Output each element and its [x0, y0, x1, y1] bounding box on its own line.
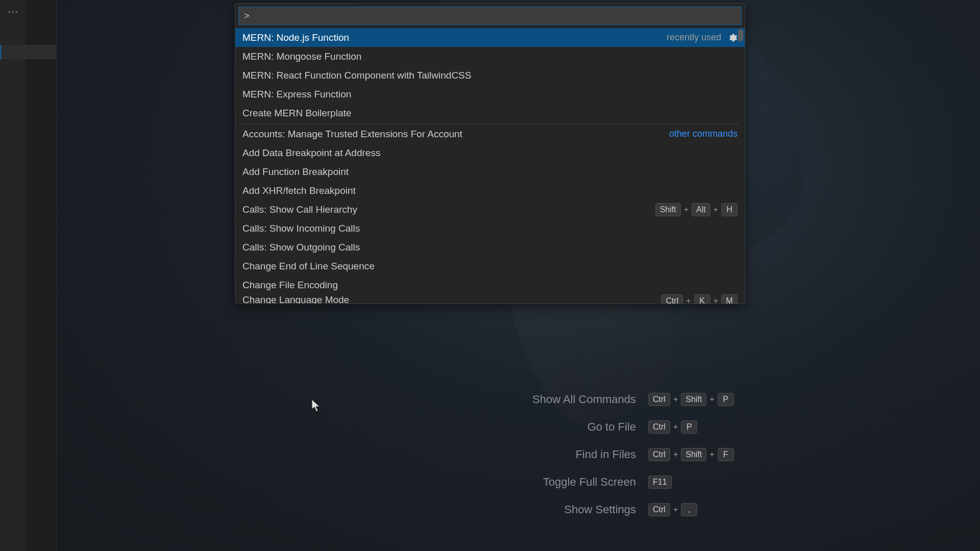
keycap: Shift — [681, 448, 706, 461]
welcome-hint: Show SettingsCtrl+, — [327, 503, 745, 516]
keycap: Ctrl — [648, 393, 670, 406]
command-row[interactable]: Add XHR/fetch Breakpoint — [235, 181, 745, 200]
command-label: Calls: Show Outgoing Calls — [242, 242, 360, 253]
cursor-icon — [311, 399, 321, 412]
recently-used-badge: recently used — [667, 32, 721, 43]
keycap: F — [718, 448, 734, 461]
command-row[interactable]: Calls: Show Incoming Calls — [235, 219, 745, 238]
activity-bar: ⋯ — [0, 0, 26, 551]
hint-keys: Ctrl+P — [648, 420, 745, 434]
hint-label: Show All Commands — [327, 393, 636, 406]
hint-keys: Ctrl+, — [648, 503, 745, 516]
keycap: F11 — [648, 475, 672, 489]
welcome-hint: Show All CommandsCtrl+Shift+P — [327, 393, 745, 406]
keycap: P — [718, 393, 734, 406]
command-palette-input[interactable] — [238, 7, 742, 25]
command-row[interactable]: Calls: Show Call HierarchyShift+Alt+H — [235, 200, 745, 219]
command-row[interactable]: Change File Encoding — [235, 276, 745, 294]
command-row[interactable]: MERN: Express Function — [235, 85, 745, 104]
command-row[interactable]: Add Function Breakpoint — [235, 162, 745, 181]
hint-keys: Ctrl+Shift+P — [648, 393, 745, 406]
command-label: Calls: Show Call Hierarchy — [242, 204, 357, 215]
keycap: Ctrl — [648, 503, 670, 516]
command-row[interactable]: MERN: React Function Component with Tail… — [235, 66, 745, 85]
command-label: MERN: Mongoose Function — [242, 51, 361, 62]
command-label: Accounts: Manage Trusted Extensions For … — [242, 129, 462, 140]
command-row[interactable]: MERN: Node.js Functionrecently used — [235, 28, 745, 47]
hint-label: Show Settings — [327, 503, 636, 516]
ellipsis-icon[interactable]: ⋯ — [7, 5, 19, 18]
command-row[interactable]: Create MERN Boilerplate — [235, 104, 745, 122]
keycap: , — [681, 503, 697, 516]
keycap: P — [681, 420, 697, 434]
hint-keys: Ctrl+Shift+F — [648, 448, 745, 461]
hint-label: Go to File — [327, 420, 636, 434]
keycap: M — [721, 294, 738, 304]
welcome-hint: Toggle Full ScreenF11 — [327, 475, 745, 489]
command-label: Calls: Show Incoming Calls — [242, 223, 360, 234]
command-row[interactable]: Change End of Line Sequence — [235, 257, 745, 276]
command-label: Create MERN Boilerplate — [242, 108, 351, 119]
command-label: Change Language Mode — [242, 294, 349, 304]
gear-icon[interactable] — [727, 33, 738, 43]
keycap: Shift — [681, 393, 706, 406]
keycap: Ctrl — [648, 420, 670, 434]
welcome-hint: Find in FilesCtrl+Shift+F — [327, 448, 745, 461]
command-label: MERN: Node.js Function — [242, 32, 349, 43]
hint-label: Find in Files — [327, 448, 636, 461]
command-label: Change File Encoding — [242, 280, 338, 291]
hint-label: Toggle Full Screen — [327, 475, 636, 489]
keycap: K — [694, 294, 710, 304]
command-label: MERN: Express Function — [242, 89, 351, 100]
command-label: Add Data Breakpoint at Address — [242, 147, 380, 159]
command-label: MERN: React Function Component with Tail… — [242, 70, 471, 81]
keycap: H — [721, 203, 738, 216]
keycap: Ctrl — [648, 448, 670, 461]
command-row[interactable]: MERN: Mongoose Function — [235, 47, 745, 66]
keycap: Shift — [655, 203, 681, 216]
command-label: Change End of Line Sequence — [242, 261, 375, 272]
command-label: Add Function Breakpoint — [242, 166, 349, 178]
keycap: Alt — [692, 203, 710, 216]
command-palette: MERN: Node.js Functionrecently usedMERN:… — [235, 3, 745, 304]
command-row[interactable]: Add Data Breakpoint at Address — [235, 143, 745, 162]
active-tab-indicator — [0, 45, 56, 59]
welcome-hint: Go to FileCtrl+P — [327, 420, 745, 434]
command-palette-list[interactable]: MERN: Node.js Functionrecently usedMERN:… — [235, 28, 745, 304]
command-row[interactable]: Calls: Show Outgoing Calls — [235, 238, 745, 257]
command-row[interactable]: Change Language ModeCtrl+K+M — [235, 294, 745, 304]
hint-keys: F11 — [648, 475, 745, 489]
keycap: Ctrl — [661, 294, 683, 304]
list-divider — [240, 123, 740, 124]
scrollbar-thumb[interactable] — [738, 29, 743, 41]
command-label: Add XHR/fetch Breakpoint — [242, 185, 356, 196]
command-row[interactable]: Accounts: Manage Trusted Extensions For … — [235, 124, 745, 143]
welcome-hints: Show All CommandsCtrl+Shift+PGo to FileC… — [327, 393, 745, 516]
section-badge: other commands — [669, 129, 738, 139]
